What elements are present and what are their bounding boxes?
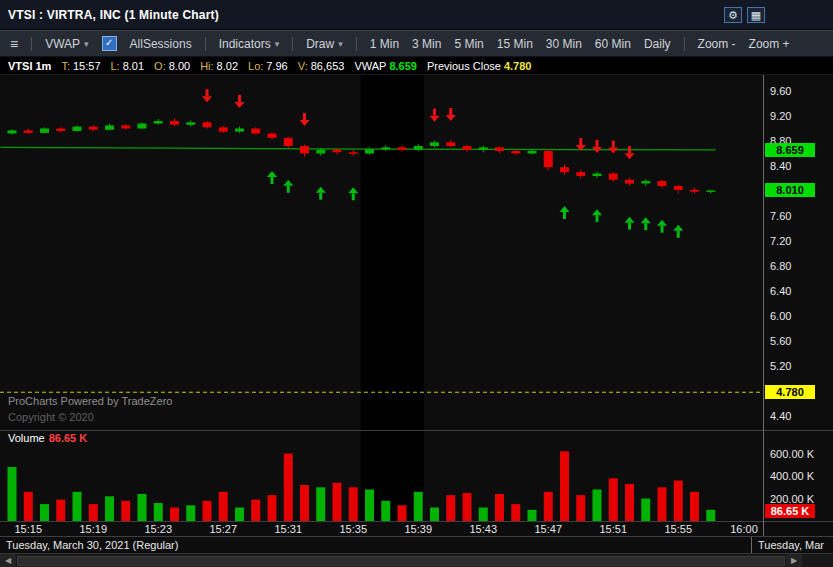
- price-axis-label: 9.20: [770, 110, 791, 122]
- scrollbar-thumb[interactable]: [17, 556, 785, 566]
- candlestick: [658, 180, 667, 189]
- volume-bar: [316, 487, 325, 521]
- timeframe-60min-button[interactable]: 60 Min: [595, 37, 631, 51]
- buy-signal-arrow: [267, 171, 277, 184]
- buy-signal-arrow: [641, 217, 651, 230]
- candlestick: [268, 132, 277, 139]
- candlestick: [625, 178, 634, 186]
- buy-signal-arrow: [560, 206, 570, 219]
- timeframe-30min-button[interactable]: 30 Min: [546, 37, 582, 51]
- layout-button[interactable]: ▦: [747, 7, 765, 23]
- candlestick: [251, 127, 260, 134]
- volume-bar: [8, 467, 17, 521]
- timeframe-15min-button[interactable]: 15 Min: [497, 37, 533, 51]
- zoom-out-button[interactable]: Zoom -: [698, 37, 736, 51]
- time-axis-label: 16:00: [730, 523, 758, 535]
- horizontal-scrollbar[interactable]: ◀ ▶: [0, 553, 833, 567]
- candlestick: [8, 129, 17, 135]
- caret-down-icon: ▾: [275, 39, 280, 49]
- sell-signal-arrow: [430, 109, 440, 122]
- toolbar-separator: [292, 37, 293, 51]
- candlestick: [121, 124, 130, 130]
- buy-signal-arrow: [348, 187, 358, 200]
- candlestick: [641, 179, 650, 186]
- candlestick: [56, 127, 65, 133]
- sell-signal-arrow: [592, 140, 602, 153]
- toolbar-separator: [356, 37, 357, 51]
- volume-bar: [203, 501, 212, 521]
- volume-bar: [625, 484, 634, 521]
- scroll-right-button[interactable]: ▶: [786, 554, 802, 567]
- price-axis-label: 8.40: [770, 160, 791, 172]
- volume-bar: [89, 504, 98, 521]
- volume-bar: [495, 494, 504, 521]
- scroll-left-button[interactable]: ◀: [0, 554, 16, 567]
- timeframe-5min-button[interactable]: 5 Min: [454, 37, 483, 51]
- vwap-dropdown[interactable]: VWAP ▾: [45, 37, 88, 51]
- volume-bar: [430, 508, 439, 522]
- price-axis[interactable]: 9.609.208.808.408.007.607.206.806.406.00…: [763, 75, 833, 536]
- allsessions-checkbox[interactable]: ✓: [102, 36, 117, 51]
- volume-bar: [641, 499, 650, 522]
- timeframe-3min-button[interactable]: 3 Min: [412, 37, 441, 51]
- timeframe-1min-button[interactable]: 1 Min: [370, 37, 399, 51]
- volume-bar: [609, 478, 618, 521]
- volume-bar: [414, 492, 423, 521]
- bottom-status-bar: Tuesday, March 30, 2021 (Regular) Tuesda…: [0, 536, 833, 553]
- volume-bar: [658, 487, 667, 521]
- volume-bar: [349, 487, 358, 521]
- volume-bar: [186, 505, 195, 521]
- volume-bar: [511, 504, 520, 521]
- volume-pane-label: Volume86.65 K: [8, 432, 87, 444]
- sell-signal-arrow: [235, 95, 245, 108]
- volume-bar: [154, 503, 163, 521]
- time-axis[interactable]: 15:1515:1915:2315:2715:3115:3515:3915:43…: [0, 523, 763, 536]
- scroll-left-icon: ◀: [5, 556, 11, 565]
- gear-icon: ⚙: [728, 8, 738, 22]
- candlestick: [446, 140, 455, 148]
- axis-divider-line: [0, 521, 833, 522]
- zoom-in-button[interactable]: Zoom +: [749, 37, 790, 51]
- price-chart-canvas[interactable]: [0, 75, 763, 430]
- status-field-open: O:8.00: [154, 60, 190, 72]
- volume-bar: [560, 451, 569, 521]
- menu-icon[interactable]: ≡: [10, 36, 18, 52]
- candlestick: [560, 165, 569, 175]
- volume-badge: 86.65 K: [765, 504, 815, 518]
- draw-dropdown[interactable]: Draw ▾: [306, 37, 343, 51]
- candlestick: [89, 125, 98, 131]
- volume-bar: [138, 494, 147, 521]
- candlestick: [609, 172, 618, 181]
- volume-bar: [73, 492, 82, 521]
- volume-bar: [235, 508, 244, 522]
- price-badge: 8.010: [765, 183, 815, 197]
- price-axis-label: 9.60: [770, 85, 791, 97]
- toolbar-separator: [31, 37, 32, 51]
- status-bar: VTSI 1m T:15:57 L:8.01 O:8.00 Hi:8.02 Lo…: [0, 57, 833, 75]
- timeframe-daily-button[interactable]: Daily: [644, 37, 671, 51]
- candlestick: [349, 150, 358, 156]
- draw-dropdown-label: Draw: [306, 37, 334, 51]
- time-axis-label: 15:47: [534, 523, 562, 535]
- watermark-copyright: Copyright © 2020: [8, 411, 94, 423]
- volume-bar: [446, 495, 455, 521]
- settings-button[interactable]: ⚙: [724, 7, 742, 23]
- layout-grid-icon: ▦: [751, 8, 761, 22]
- status-field-time: T:15:57: [61, 60, 100, 72]
- volume-bar: [528, 510, 537, 521]
- volume-chart-canvas[interactable]: [0, 430, 763, 522]
- candlestick: [154, 119, 163, 125]
- buy-signal-arrow: [316, 187, 326, 200]
- window-title: VTSI : VIRTRA, INC (1 Minute Chart): [8, 8, 219, 22]
- candlestick: [186, 120, 195, 126]
- candlestick: [203, 121, 212, 129]
- price-badge: 8.659: [765, 143, 815, 157]
- candlestick: [219, 126, 228, 133]
- indicators-dropdown[interactable]: Indicators ▾: [219, 37, 280, 51]
- volume-axis-label: 400.00 K: [770, 470, 814, 482]
- time-axis-label: 15:35: [339, 523, 367, 535]
- sell-signal-arrow: [608, 141, 618, 154]
- volume-bar: [40, 504, 49, 521]
- candlestick: [24, 129, 33, 135]
- volume-bar: [24, 492, 33, 521]
